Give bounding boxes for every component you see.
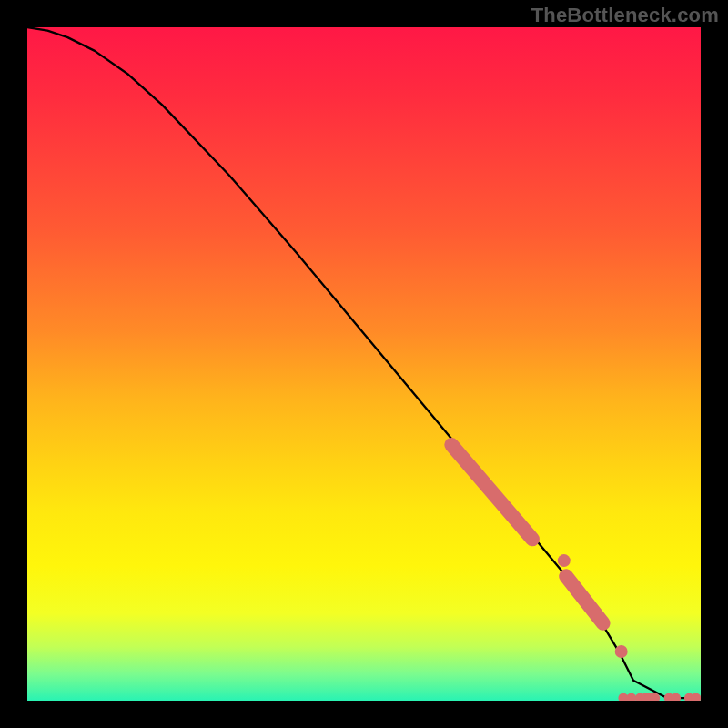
chart-frame: TheBottleneck.com xyxy=(0,0,728,728)
plot-area xyxy=(27,27,701,701)
chart-overlay xyxy=(27,27,701,701)
marker-dot xyxy=(615,645,628,658)
marker-bands xyxy=(451,445,627,658)
bottom-marker-dot xyxy=(671,693,681,701)
main-curve xyxy=(27,27,701,698)
marker-band xyxy=(451,445,532,540)
marker-dot xyxy=(558,554,571,567)
watermark-text: TheBottleneck.com xyxy=(531,4,719,27)
marker-band xyxy=(566,576,603,623)
bottom-marker-dot xyxy=(626,693,636,701)
